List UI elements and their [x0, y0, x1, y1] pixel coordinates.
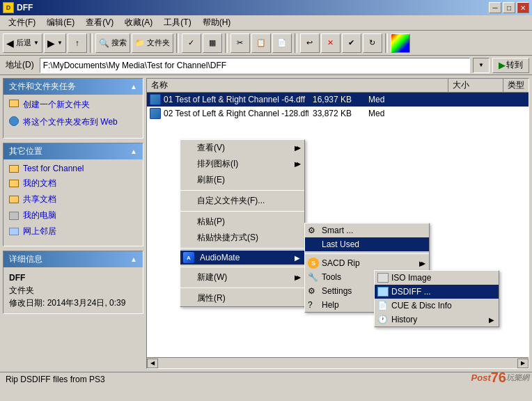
toolbar-separator-4 [295, 33, 297, 53]
scroll-track [158, 359, 517, 368]
scroll-left[interactable]: ◀ [147, 359, 158, 368]
ctx-refresh[interactable]: 刷新(E) [180, 172, 304, 188]
refresh-button[interactable]: ↻ [363, 33, 382, 53]
ctx-new[interactable]: 新建(W) ▶ [180, 269, 304, 285]
left-panel: 文件和文件夹任务 ▲ 创建一个新文件夹 将这个文件夹发布到 Web [0, 75, 146, 372]
folder-icon-test [9, 165, 19, 173]
sub-dsdiff[interactable]: DSDIFF ... [375, 285, 499, 299]
location-shared[interactable]: 共享文档 [9, 194, 137, 205]
tasks-body: 创建一个新文件夹 将这个文件夹发布到 Web [3, 95, 143, 138]
file-list-header: 名称 大小 类型 [147, 79, 529, 93]
back-button[interactable]: ◀ 后退 ▼ [3, 33, 42, 53]
menu-favorites[interactable]: 收藏(A) [119, 15, 158, 30]
col-type[interactable]: 类型 [503, 79, 529, 93]
tasks-header[interactable]: 文件和文件夹任务 ▲ [3, 79, 143, 95]
delete-button[interactable]: ✕ [321, 33, 341, 53]
history-icon: 🕐 [377, 315, 388, 324]
sub-history[interactable]: 🕐 History ▶ [375, 313, 499, 327]
watermark: Post 76 玩樂網 [471, 370, 529, 386]
status-text: Rip DSDIFF files from PS3 [6, 375, 105, 384]
ctx-properties[interactable]: 属性(R) [180, 290, 304, 306]
menu-file[interactable]: 文件(F) [3, 15, 41, 30]
app-window: D DFF ─ □ ✕ 文件(F) 编辑(E) 查看(V) 收藏(A) 工具(T… [0, 0, 532, 401]
iso-icon [377, 273, 389, 283]
title-bar-buttons: ─ □ ✕ [489, 2, 529, 13]
ctx-sep-5 [180, 288, 304, 288]
ctx-customize[interactable]: 自定义文件夹(F)... [180, 193, 304, 209]
file-size-1: 16,937 KB [308, 94, 364, 105]
publish-icon [9, 116, 19, 126]
ctx-arrange[interactable]: 排列图标(I) ▶ [180, 156, 304, 172]
file-size-2: 33,872 KB [308, 108, 364, 119]
file-row-2[interactable]: 02 Test of Left & Right Channel -128.dff… [147, 107, 529, 120]
up-button[interactable]: ↑ [68, 33, 87, 53]
cut-button[interactable]: ✂ [230, 33, 250, 53]
help-icon: ? [308, 300, 313, 310]
folders-button[interactable]: 📁 文件夹 [132, 33, 173, 53]
copy-button[interactable]: 📋 [251, 33, 271, 53]
tools-icon: 🔧 [308, 272, 318, 282]
sub-cuedisc[interactable]: 📄 CUE & Disc Info [375, 299, 499, 313]
paste-button[interactable]: 📄 [272, 33, 292, 53]
menu-help[interactable]: 帮助(H) [197, 15, 237, 30]
folder-icon-mydocs [9, 180, 19, 187]
details-section: 详细信息 ▲ DFF 文件夹 修改日期: 2014年3月24日, 0:39 [3, 251, 143, 314]
menu-bar: 文件(F) 编辑(E) 查看(V) 收藏(A) 工具(T) 帮助(H) [0, 15, 532, 31]
dsdiff-icon [377, 287, 389, 297]
col-size[interactable]: 大小 [448, 79, 503, 93]
go-button[interactable]: ▶ 转到 [492, 58, 529, 73]
sacdrip-submenu: ISO Image DSDIFF ... 📄 CUE & Disc Info 🕐… [374, 270, 499, 327]
detail-type: 文件夹 [9, 284, 137, 297]
location-test[interactable]: Test for Channel [9, 164, 137, 173]
toolbar-separator-5 [385, 33, 388, 53]
toolbar-separator-1 [90, 33, 93, 53]
network-icon [9, 228, 19, 235]
ctx-paste-shortcut[interactable]: 粘贴快捷方式(S) [180, 230, 304, 246]
sub-lastused[interactable]: Last Used [305, 237, 429, 251]
properties-button[interactable]: ✔ [342, 33, 361, 53]
dff-icon-1 [150, 94, 161, 105]
maximize-button[interactable]: □ [503, 2, 515, 13]
sub-sacdrip[interactable]: S SACD Rip ▶ [305, 256, 429, 270]
publish-folder-link[interactable]: 将这个文件夹发布到 Web [9, 116, 137, 128]
scrollbar-horizontal[interactable]: ◀ ▶ [147, 357, 529, 368]
ctx-audiomate[interactable]: A AudioMate ▶ [180, 251, 304, 265]
toolbar-separator-2 [176, 33, 179, 53]
search-button[interactable]: 🔍 搜索 [95, 33, 130, 53]
detail-name: DFF [9, 272, 137, 284]
sub-iso[interactable]: ISO Image [375, 271, 499, 285]
toolbar: ◀ 后退 ▼ ▶ ▼ ↑ 🔍 搜索 📁 文件夹 ✓ ▦ ✂ 📋 📄 ↩ ✕ ✔ … [0, 31, 532, 56]
sub-smart[interactable]: ⚙ Smart ... [305, 223, 429, 237]
location-mydocs[interactable]: 我的文档 [9, 178, 137, 189]
menu-edit[interactable]: 编辑(E) [41, 15, 80, 30]
dff-icon-2 [150, 108, 161, 119]
location-network[interactable]: 网上邻居 [9, 226, 137, 237]
folder-icon [9, 100, 19, 107]
location-mypc[interactable]: 我的电脑 [9, 210, 137, 221]
ctx-view[interactable]: 查看(V) ▶ [180, 140, 304, 156]
col-name[interactable]: 名称 [147, 79, 448, 93]
forward-button[interactable]: ▶ ▼ [44, 33, 66, 53]
windows-button[interactable] [391, 33, 410, 53]
cue-icon: 📄 [377, 301, 388, 310]
detail-modified: 修改日期: 2014年3月24日, 0:39 [9, 297, 137, 309]
menu-view[interactable]: 查看(V) [80, 15, 119, 30]
locations-section: 其它位置 ▲ Test for Channel 我的文档 共享文档 [3, 143, 143, 246]
addr-input[interactable] [40, 58, 470, 73]
undo-button[interactable]: ↩ [300, 33, 320, 53]
main-context-menu: 查看(V) ▶ 排列图标(I) ▶ 刷新(E) 自定义文件夹(F)... 粘贴(… [180, 139, 305, 307]
file-row-1[interactable]: 01 Test of Left & Right Channel -64.dff … [147, 93, 529, 107]
details-header[interactable]: 详细信息 ▲ [3, 251, 143, 267]
view-button[interactable]: ▦ [203, 33, 222, 53]
create-folder-link[interactable]: 创建一个新文件夹 [9, 99, 137, 111]
scroll-right[interactable]: ▶ [517, 359, 529, 368]
window-title: DFF [17, 3, 33, 13]
menu-tools[interactable]: 工具(T) [158, 15, 196, 30]
ctx-sep-3 [180, 248, 304, 249]
locations-header[interactable]: 其它位置 ▲ [3, 143, 143, 159]
check-button[interactable]: ✓ [182, 33, 201, 53]
ctx-paste[interactable]: 粘贴(P) [180, 214, 304, 230]
minimize-button[interactable]: ─ [489, 2, 501, 13]
addr-dropdown[interactable]: ▼ [473, 58, 490, 73]
close-button[interactable]: ✕ [517, 2, 529, 13]
